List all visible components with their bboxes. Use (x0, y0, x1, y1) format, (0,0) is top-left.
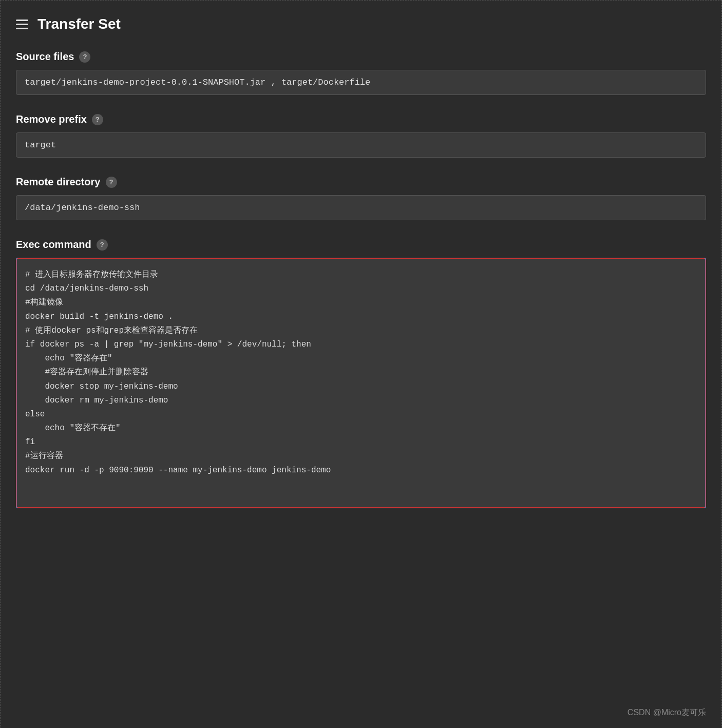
source-files-input[interactable] (16, 70, 706, 95)
remove-prefix-section: Remove prefix ? (16, 113, 706, 158)
page-header: Transfer Set (16, 16, 706, 32)
remote-directory-label-row: Remote directory ? (16, 176, 706, 188)
remove-prefix-label: Remove prefix (16, 113, 87, 125)
exec-command-wrapper (16, 258, 706, 508)
exec-command-label-row: Exec command ? (16, 239, 706, 251)
source-files-section: Source files ? (16, 51, 706, 95)
remote-directory-section: Remote directory ? (16, 176, 706, 220)
remote-directory-input[interactable] (16, 195, 706, 220)
exec-command-help-icon[interactable]: ? (97, 239, 108, 251)
source-files-label-row: Source files ? (16, 51, 706, 63)
remove-prefix-help-icon[interactable]: ? (92, 114, 103, 125)
source-files-label: Source files (16, 51, 74, 63)
menu-icon[interactable] (16, 20, 28, 29)
source-files-help-icon[interactable]: ? (79, 51, 90, 63)
exec-command-section: Exec command ? (16, 239, 706, 508)
footer-watermark: CSDN @Micro麦可乐 (628, 707, 706, 718)
page-title: Transfer Set (37, 16, 121, 32)
remove-prefix-label-row: Remove prefix ? (16, 113, 706, 125)
exec-command-textarea[interactable] (17, 259, 705, 505)
remote-directory-label: Remote directory (16, 176, 101, 188)
remote-directory-help-icon[interactable]: ? (106, 177, 117, 188)
exec-command-label: Exec command (16, 239, 91, 251)
remove-prefix-input[interactable] (16, 132, 706, 158)
